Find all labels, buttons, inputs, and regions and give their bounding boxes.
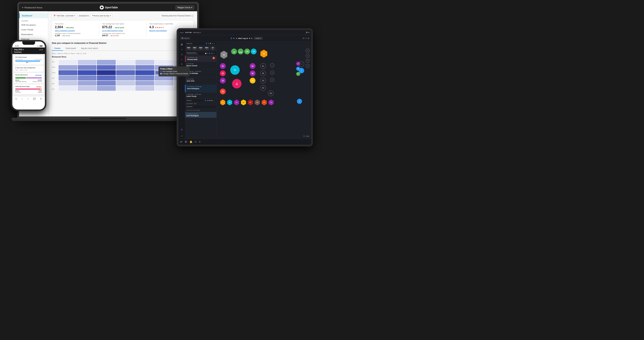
search-label: Search: [184, 38, 189, 39]
hamburger-menu[interactable]: ≡ Restaurant Nova: [22, 6, 42, 9]
nav-home[interactable]: ⊟: [15, 98, 17, 100]
sidebar-icon-map[interactable]: ◎: [181, 53, 183, 56]
sidebar-item-reservations[interactable]: Reservations: [19, 32, 48, 37]
res-card-irene[interactable]: 4 11:45 am - 10:47 am Irene Rodriguez ◇: [185, 85, 216, 92]
source-labels: 40.0% OpenTable Network 60.0% Phone/ In-…: [15, 79, 42, 82]
sidebar-icon-back[interactable]: ↩: [181, 135, 183, 137]
table-far-1[interactable]: 2: [299, 61, 304, 67]
nav-settings[interactable]: ⚙: [40, 98, 42, 100]
table-b4[interactable]: B4: [240, 100, 246, 105]
date-filter-button[interactable]: 📅 Visit Date: Last week ▾: [52, 14, 77, 18]
table-c1[interactable]: C1: [270, 63, 274, 68]
table-b3[interactable]: B3: [234, 100, 240, 105]
seated-expand-icon[interactable]: ▲: [213, 100, 215, 101]
table-b1[interactable]: B1: [220, 100, 226, 105]
table-22[interactable]: 22: [220, 70, 226, 76]
sidebar-item-shift-occupancy[interactable]: Shift Occupancy: [19, 23, 48, 27]
table-13a[interactable]: 📷 13a: [238, 49, 244, 54]
table-52[interactable]: 52: [260, 70, 266, 76]
meal-selector[interactable]: Lunch ▾: [254, 37, 262, 40]
sidebar-icon-settings[interactable]: ⚙: [181, 128, 183, 131]
table-21[interactable]: 21: [220, 63, 226, 69]
tablet-date: Wed Aug 12: [193, 32, 201, 33]
res-card-june[interactable]: 6 11:45 am June Ortiz ◇: [185, 77, 216, 85]
period-button[interactable]: Previous year by day ▾: [91, 14, 113, 18]
total-covers-title: 371 Total Covers: [15, 56, 42, 58]
next-month-btn[interactable]: ▶: [42, 49, 43, 51]
table-view-btn[interactable]: ⊞: [308, 37, 309, 40]
tab-covers[interactable]: Covers: [52, 46, 63, 51]
nav-charts[interactable]: ≈: [28, 98, 29, 100]
user-menu[interactable]: Maggie Garcia ▾: [175, 6, 194, 10]
table-r4[interactable]: L4: [306, 64, 310, 68]
tab-avg-per-cover[interactable]: Avg per-cover spend: [78, 46, 100, 51]
table-41[interactable]: 41: [250, 63, 256, 69]
table-11[interactable]: 11: [220, 51, 228, 59]
res-card-thomas[interactable]: 4 10:44 am - 4m Thomas Mink 32: [185, 56, 216, 62]
bottom-icon-upload[interactable]: ⬆: [199, 140, 201, 143]
sidebar-icon-home[interactable]: ⊟: [181, 43, 183, 46]
table-b8[interactable]: B8: [268, 100, 274, 105]
prev-month-btn[interactable]: ◀: [39, 49, 40, 51]
next-arrow[interactable]: ▶: [251, 37, 253, 39]
servers-title: Servers: [186, 106, 192, 107]
prev-arrow[interactable]: ◀: [236, 37, 237, 39]
tab-guest-spend[interactable]: Guest spend: [63, 46, 78, 51]
table-r1[interactable]: L1: [306, 49, 310, 53]
res-name-4: June Ortiz: [186, 80, 215, 82]
table-42[interactable]: 42: [250, 70, 256, 76]
list-view-btn[interactable]: ≡: [306, 37, 306, 40]
wait-cell-4: 45m 4: [204, 46, 209, 50]
res-card-laura[interactable]: 3 12:00 pm - 10:47 am Laura Young: [185, 92, 216, 99]
table-r3[interactable]: L3: [306, 59, 310, 63]
covers-link[interactable]: Start a marketing campaign: [55, 30, 96, 32]
table-r2[interactable]: L2: [306, 54, 310, 58]
y-label-12pm: 12pm: [52, 72, 57, 74]
table-13b[interactable]: 13b: [244, 49, 250, 54]
sidebar-item-cover-trends[interactable]: Cover Trends: [19, 27, 48, 32]
nav-arrows: ◀: [236, 37, 237, 39]
table-55[interactable]: 55: [268, 90, 274, 96]
nav-favorites[interactable]: ☆: [21, 98, 23, 100]
table-12[interactable]: 📷 12: [231, 49, 237, 54]
bottom-icon-bell[interactable]: 🔔: [190, 140, 192, 143]
table-b7[interactable]: B7: [261, 100, 267, 105]
res-expand-icon[interactable]: ▲: [213, 53, 215, 54]
spend-sub-value: $49.57: [102, 34, 108, 37]
seated-card-1[interactable]: 2 10:36 am - 12m: [185, 102, 216, 105]
table-51[interactable]: 51: [260, 63, 266, 69]
table-b6[interactable]: B6: [254, 100, 260, 105]
table-54[interactable]: 54: [260, 85, 266, 91]
table-43[interactable]: 43: [250, 78, 256, 84]
toolbar: 📅 Visit Date: Last week ▾ compared to Pr…: [52, 14, 194, 18]
expand-icon[interactable]: ▲: [213, 43, 215, 44]
bottom-icon-grid[interactable]: ⊞: [194, 140, 196, 143]
table-25[interactable]: 25: [220, 89, 226, 94]
table-32[interactable]: + 32: [232, 79, 242, 88]
sidebar-icon-alerts[interactable]: △: [181, 58, 182, 61]
table-bar-extra-1[interactable]: 2: [297, 99, 302, 104]
table-far-2[interactable]: 2: [299, 68, 304, 73]
right-table-column: L1 L2 L3 L4: [306, 49, 310, 68]
table-b2[interactable]: B2: [227, 100, 232, 105]
table-15[interactable]: 15: [260, 50, 268, 58]
bottom-icon-back[interactable]: ↩: [180, 140, 182, 143]
sidebar-icon-list[interactable]: ≡: [181, 48, 182, 51]
sidebar-icon-messages[interactable]: ✉: [181, 63, 183, 66]
table-c6[interactable]: C6: [270, 78, 274, 82]
table-c4[interactable]: C4: [270, 70, 274, 75]
table-31[interactable]: 31: [230, 65, 240, 75]
table-b5[interactable]: B5: [248, 100, 253, 105]
table-53[interactable]: 53: [260, 78, 266, 84]
grid-view-btn[interactable]: ⊟: [303, 37, 304, 40]
spend-metric: Your average per-cover spend $75.22 ↑ $8…: [102, 23, 143, 37]
sidebar-item-dashboard[interactable]: Dashboard: [19, 13, 48, 18]
phone-bottom-nav: ⊟ ☆ ≈ 💬 ⚙: [12, 96, 45, 101]
res-meta-2: ◇: [186, 67, 215, 68]
search-button[interactable]: 🔍 Search: [180, 37, 190, 40]
table-23[interactable]: 23: [220, 78, 226, 84]
bottom-icon-add[interactable]: ➕: [184, 140, 187, 143]
table-14[interactable]: 14: [251, 49, 256, 54]
spend-link[interactable]: Go to guest frequency report: [102, 30, 143, 32]
nav-messages[interactable]: 💬: [33, 98, 36, 100]
